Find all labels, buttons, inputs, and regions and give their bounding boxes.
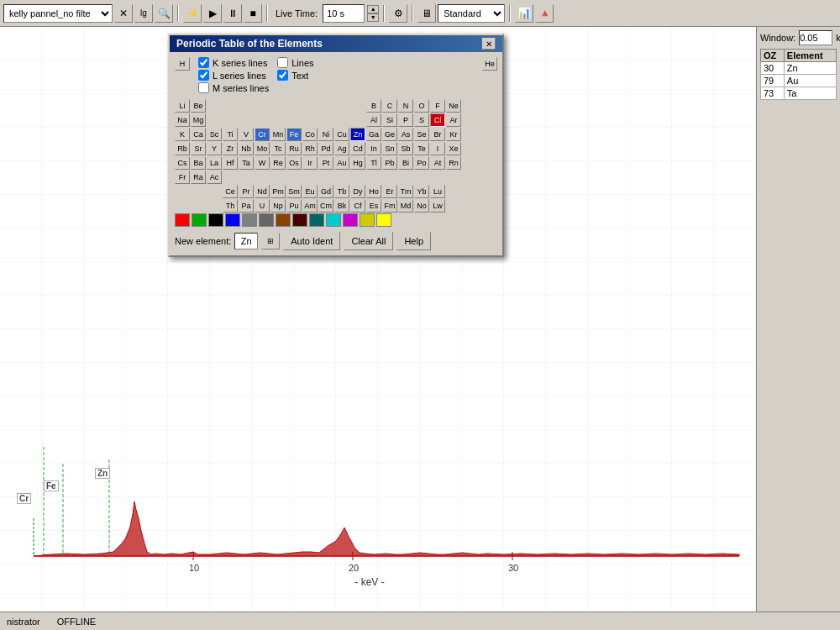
- el-Pa[interactable]: Pa: [239, 199, 254, 213]
- el-Kr[interactable]: Kr: [446, 128, 461, 141]
- el-Mo[interactable]: Mo: [255, 142, 270, 155]
- el-Cs[interactable]: Cs: [175, 156, 190, 170]
- color-swatch-11[interactable]: [360, 213, 375, 227]
- el-Er[interactable]: Er: [382, 185, 397, 198]
- el-Si[interactable]: Si: [382, 113, 397, 127]
- el-Pr[interactable]: Pr: [239, 185, 254, 198]
- el-Ra[interactable]: Ra: [191, 171, 206, 184]
- standard-select[interactable]: Standard: [438, 4, 505, 23]
- el-C[interactable]: C: [382, 99, 397, 113]
- el-Os[interactable]: Os: [286, 156, 302, 170]
- el-Pu[interactable]: Pu: [286, 199, 302, 213]
- window-input[interactable]: [799, 30, 832, 45]
- el-Mg[interactable]: Mg: [191, 113, 206, 127]
- help-button[interactable]: Help: [396, 232, 431, 250]
- color-swatch-4[interactable]: [242, 213, 257, 227]
- el-Rh[interactable]: Rh: [302, 142, 318, 155]
- el-Zn[interactable]: Zn: [350, 128, 365, 141]
- livetime-up[interactable]: ▲: [367, 5, 379, 13]
- el-Ga[interactable]: Ga: [366, 128, 381, 141]
- el-Tl[interactable]: Tl: [366, 156, 381, 170]
- el-Sb[interactable]: Sb: [398, 142, 413, 155]
- m-series-checkbox[interactable]: [198, 82, 209, 93]
- el-S[interactable]: S: [414, 113, 429, 127]
- el-H[interactable]: H: [175, 57, 190, 71]
- el-Sn[interactable]: Sn: [382, 142, 397, 155]
- el-Pb[interactable]: Pb: [382, 156, 397, 170]
- el-Ge[interactable]: Ge: [382, 128, 397, 141]
- el-Np[interactable]: Np: [270, 199, 286, 213]
- alert-button[interactable]: 🔺: [535, 4, 554, 23]
- pause-button[interactable]: ⏸: [223, 4, 242, 23]
- el-Xe[interactable]: Xe: [446, 142, 461, 155]
- el-Tb[interactable]: Tb: [334, 185, 349, 198]
- color-swatch-10[interactable]: [343, 213, 358, 227]
- color-swatch-7[interactable]: [292, 213, 307, 227]
- lg-button[interactable]: lg: [134, 4, 153, 23]
- el-Co[interactable]: Co: [302, 128, 318, 141]
- el-Th[interactable]: Th: [223, 199, 238, 213]
- el-Ta[interactable]: Ta: [239, 156, 254, 170]
- lines-checkbox[interactable]: [277, 57, 288, 68]
- close-button[interactable]: ✕: [114, 4, 133, 23]
- el-Te[interactable]: Te: [414, 142, 429, 155]
- el-Pd[interactable]: Pd: [318, 142, 333, 155]
- color-swatch-9[interactable]: [326, 213, 341, 227]
- el-Md[interactable]: Md: [398, 199, 413, 213]
- el-Bk[interactable]: Bk: [334, 199, 349, 213]
- el-Lu[interactable]: Lu: [430, 185, 445, 198]
- el-U[interactable]: U: [255, 199, 270, 213]
- el-Yb[interactable]: Yb: [414, 185, 429, 198]
- el-N[interactable]: N: [398, 99, 413, 113]
- color-swatch-3[interactable]: [225, 213, 240, 227]
- el-Sm[interactable]: Sm: [286, 185, 302, 198]
- el-Ne[interactable]: Ne: [446, 99, 461, 113]
- el-Am[interactable]: Am: [302, 199, 318, 213]
- el-P[interactable]: P: [398, 113, 413, 127]
- el-Li[interactable]: Li: [175, 99, 190, 113]
- el-Re[interactable]: Re: [270, 156, 286, 170]
- el-O[interactable]: O: [414, 99, 429, 113]
- el-Cm[interactable]: Cm: [318, 199, 333, 213]
- color-swatch-12[interactable]: [376, 213, 391, 227]
- color-swatch-5[interactable]: [259, 213, 274, 227]
- el-Po[interactable]: Po: [414, 156, 429, 170]
- el-W[interactable]: W: [255, 156, 270, 170]
- el-Au[interactable]: Au: [334, 156, 349, 170]
- el-Ag[interactable]: Ag: [334, 142, 349, 155]
- el-Lw[interactable]: Lw: [430, 199, 445, 213]
- el-Es[interactable]: Es: [366, 199, 381, 213]
- search-button[interactable]: 🔍: [155, 4, 173, 23]
- bolt-button[interactable]: ⚡: [183, 4, 202, 23]
- el-Ar[interactable]: Ar: [446, 113, 461, 127]
- el-F[interactable]: F: [430, 99, 445, 113]
- el-Bi[interactable]: Bi: [398, 156, 413, 170]
- el-Zr[interactable]: Zr: [223, 142, 238, 155]
- livetime-spinner[interactable]: ▲ ▼: [367, 5, 379, 22]
- el-Rb[interactable]: Rb: [175, 142, 190, 155]
- el-Fe[interactable]: Fe: [286, 128, 302, 141]
- el-As[interactable]: As: [398, 128, 413, 141]
- el-At[interactable]: At: [430, 156, 445, 170]
- color-swatch-8[interactable]: [309, 213, 324, 227]
- play-button[interactable]: ▶: [203, 4, 222, 23]
- livetime-down[interactable]: ▼: [367, 13, 379, 22]
- el-Ni[interactable]: Ni: [318, 128, 333, 141]
- el-In[interactable]: In: [366, 142, 381, 155]
- el-Eu[interactable]: Eu: [302, 185, 318, 198]
- el-Y[interactable]: Y: [207, 142, 222, 155]
- el-He[interactable]: He: [482, 57, 497, 71]
- stop-button[interactable]: ■: [244, 4, 262, 23]
- el-Ba[interactable]: Ba: [191, 156, 206, 170]
- el-Dy[interactable]: Dy: [350, 185, 365, 198]
- el-K[interactable]: K: [175, 128, 190, 141]
- el-Ce[interactable]: Ce: [223, 185, 238, 198]
- chart-button[interactable]: 📊: [515, 4, 533, 23]
- el-Cr[interactable]: Cr: [255, 128, 270, 141]
- el-Tm[interactable]: Tm: [398, 185, 413, 198]
- el-Al[interactable]: Al: [366, 113, 381, 127]
- el-Ca[interactable]: Ca: [191, 128, 206, 141]
- el-Tc[interactable]: Tc: [270, 142, 286, 155]
- el-Cu[interactable]: Cu: [334, 128, 349, 141]
- el-Sr[interactable]: Sr: [191, 142, 206, 155]
